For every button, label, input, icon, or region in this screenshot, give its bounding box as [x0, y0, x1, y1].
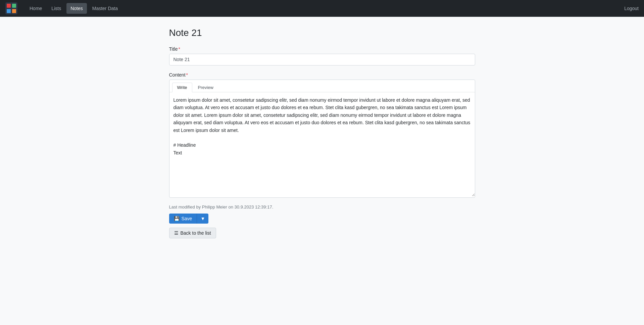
content-required-star: *: [186, 72, 188, 78]
svg-rect-2: [12, 4, 16, 8]
nav-links: Home Lists Notes Master Data: [26, 3, 624, 14]
content-editor: Write Preview Lorem ipsum dolor sit amet…: [169, 80, 475, 198]
svg-rect-3: [7, 9, 11, 13]
title-required-star: *: [178, 46, 180, 52]
back-button-label: Back to the list: [181, 230, 211, 236]
save-button-label: Save: [182, 216, 192, 221]
back-to-list-button[interactable]: ☰ Back to the list: [169, 228, 216, 238]
save-icon: 💾: [174, 216, 180, 221]
logout-link[interactable]: Logout: [624, 6, 639, 11]
logo[interactable]: [5, 2, 17, 14]
title-input[interactable]: [169, 54, 475, 65]
page-title: Note 21: [169, 28, 475, 38]
back-button-container: ☰ Back to the list: [169, 228, 475, 238]
nav-notes[interactable]: Notes: [66, 3, 87, 14]
last-modified-text: Last modified by Philipp Meier on 30.9.2…: [169, 204, 475, 210]
navbar-right: Logout: [624, 6, 639, 11]
nav-master-data[interactable]: Master Data: [88, 3, 122, 14]
nav-lists[interactable]: Lists: [47, 3, 65, 14]
save-dropdown-button[interactable]: ▼: [197, 214, 208, 224]
list-icon: ☰: [174, 230, 179, 236]
main-content: Note 21 Title* Content* Write Preview Lo…: [161, 28, 483, 238]
content-textarea[interactable]: Lorem ipsum dolor sit amet, consetetur s…: [169, 92, 475, 196]
title-label: Title*: [169, 46, 475, 52]
preview-tab[interactable]: Preview: [193, 83, 218, 92]
title-form-group: Title*: [169, 46, 475, 65]
content-form-group: Content* Write Preview Lorem ipsum dolor…: [169, 72, 475, 198]
editor-tabs: Write Preview: [169, 80, 475, 92]
navbar: Home Lists Notes Master Data Logout: [0, 0, 644, 17]
save-button[interactable]: 💾 Save: [169, 214, 197, 224]
nav-home[interactable]: Home: [26, 3, 46, 14]
svg-rect-1: [7, 4, 11, 8]
write-tab[interactable]: Write: [172, 83, 192, 92]
content-label: Content*: [169, 72, 475, 78]
svg-rect-4: [12, 9, 16, 13]
save-button-group: 💾 Save ▼: [169, 214, 475, 224]
caret-down-icon: ▼: [200, 216, 205, 221]
